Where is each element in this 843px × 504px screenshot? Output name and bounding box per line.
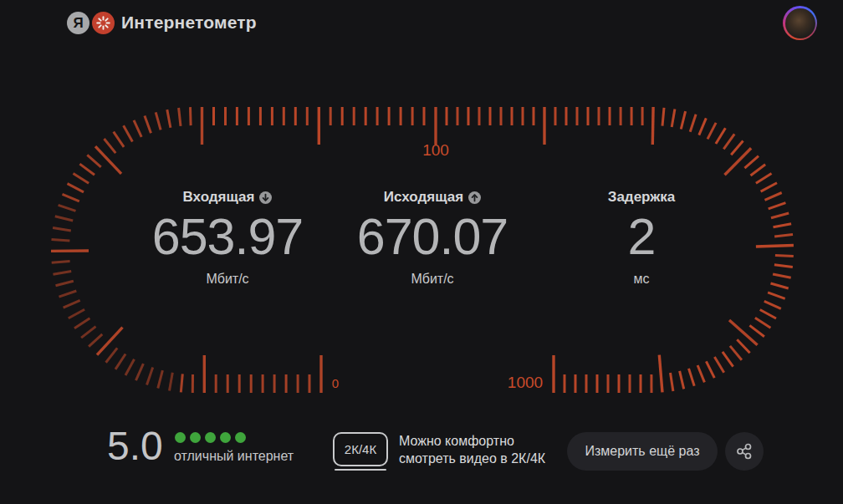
upload-arrow-icon [468,191,481,204]
measure-again-button[interactable]: Измерить ещё раз [567,432,718,471]
download-arrow-icon [259,191,272,204]
yandex-logo-letter: Я [73,15,83,32]
share-icon [734,441,754,461]
quality-score: 5.0 [107,423,163,469]
rating-dot [175,432,186,443]
download-metric: Входящая 653.97 Мбит/с [135,189,319,287]
download-value: 653.97 [135,209,319,265]
ping-value: 2 [549,209,733,265]
avatar-photo [785,8,815,38]
upload-label: Исходящая [384,189,463,206]
ping-label: Задержка [608,189,676,206]
page-title: Интернетометр [121,13,257,33]
quality-description-line1: Можно комфортно [399,432,545,450]
user-avatar[interactable] [783,6,817,40]
quality-description-line2: смотреть видео в 2К/4К [399,450,545,467]
yandex-logo-icon[interactable]: Я [67,12,89,34]
rating-dots [175,432,246,443]
burst-rays-icon [95,15,111,31]
quality-description: Можно комфортно смотреть видео в 2К/4К [399,432,545,467]
monitor-base-icon [335,469,386,471]
upload-unit: Мбит/с [340,272,524,287]
monitor-2k4k-icon: 2К/4К [333,432,388,466]
ping-metric: Задержка 2 мс [549,189,733,287]
download-unit: Мбит/с [135,272,319,287]
quality-caption: отличный интернет [174,449,294,464]
download-label: Входящая [183,189,255,206]
rating-dot [205,432,216,443]
upload-value: 670.07 [340,209,524,265]
ping-unit: мс [549,272,733,287]
gauge-label-100: 100 [422,141,449,160]
rating-dot [220,432,231,443]
upload-metric: Исходящая 670.07 Мбит/с [340,189,524,287]
internetometer-burst-icon[interactable] [92,12,115,34]
rating-dot [190,432,201,443]
share-button[interactable] [725,432,764,471]
rating-dot [235,432,246,443]
monitor-badge-label: 2К/4К [345,442,376,456]
gauge-label-0: 0 [332,376,339,390]
gauge-label-1000: 1000 [508,374,543,392]
